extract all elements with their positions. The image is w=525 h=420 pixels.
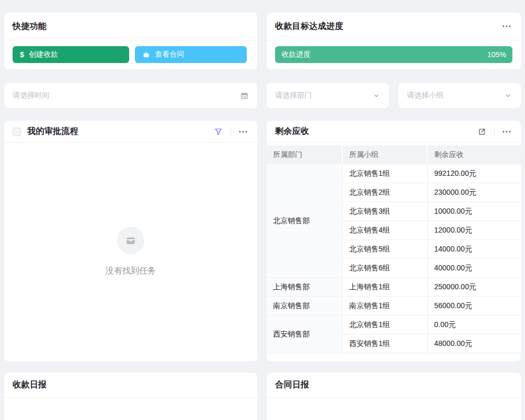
payment-progress-bar: 收款进度 105% — [275, 46, 512, 63]
remaining-receivables-card: 剩余应收 所属部门 所属小组 剩余应收 — [267, 121, 521, 361]
payment-daily-header: 收款日报 — [4, 373, 257, 398]
amount-cell: 12000.00元 — [428, 221, 521, 240]
chevron-down-icon — [372, 91, 381, 100]
approval-empty-text: 没有找到任务 — [106, 266, 156, 277]
view-contract-button[interactable]: 查看合同 — [135, 46, 247, 63]
dollar-icon: $ — [20, 50, 24, 59]
amount-cell: 0.00元 — [428, 316, 521, 334]
payment-progress-card: 收款目标达成进度 收款进度 105% — [267, 13, 521, 69]
group-cell: 上海销售1组 — [343, 278, 428, 297]
table-row: 南京销售部 南京销售1组 56000.00元 — [267, 297, 521, 316]
col-header-department: 所属部门 — [267, 145, 343, 164]
calendar-icon — [240, 91, 249, 100]
amount-cell: 10000.00元 — [428, 202, 521, 221]
table-row: 北京销售部 北京销售1组 992120.00元 — [267, 164, 521, 183]
table-row: 西安销售部 北京销售1组 0.00元 — [267, 316, 521, 334]
approval-select-all-checkbox[interactable] — [13, 128, 21, 136]
dept-cell: 上海销售部 — [267, 278, 343, 297]
approval-empty-state: 没有找到任务 — [4, 143, 257, 361]
progress-card-title: 收款目标达成进度 — [275, 21, 343, 32]
group-cell: 北京销售1组 — [343, 164, 428, 183]
quick-actions-card: 快捷功能 $ 创建收款 查看合同 — [4, 13, 257, 69]
time-picker-placeholder: 请选择时间 — [13, 91, 240, 100]
group-cell: 北京销售6组 — [343, 259, 428, 278]
amount-cell: 230000.00元 — [428, 183, 521, 202]
filter-funnel-icon[interactable] — [213, 126, 224, 138]
approval-card-title: 我的审批流程 — [27, 126, 78, 137]
dept-cell: 南京销售部 — [267, 297, 343, 316]
col-header-amount: 剩余应收 — [428, 145, 521, 164]
dashboard-page: 快捷功能 $ 创建收款 查看合同 收款目标达成进度 — [0, 0, 525, 420]
group-cell: 北京销售1组 — [343, 316, 428, 334]
more-icon[interactable] — [501, 20, 512, 32]
empty-inbox-icon — [117, 227, 144, 254]
briefcase-icon — [142, 51, 150, 59]
chevron-down-icon — [504, 91, 512, 100]
approval-flow-card: 我的审批流程 没有找到任务 — [4, 121, 257, 361]
quick-actions-body: $ 创建收款 查看合同 — [4, 40, 257, 69]
header-divider — [230, 128, 231, 135]
group-cell: 西安销售1组 — [343, 334, 428, 353]
quick-actions-title: 快捷功能 — [13, 21, 47, 32]
amount-cell: 40000.00元 — [428, 259, 521, 278]
group-select[interactable]: 请选择小组 — [398, 83, 521, 108]
amount-cell: 56000.00元 — [428, 297, 521, 316]
progress-bar-value: 105% — [487, 50, 506, 59]
create-payment-button[interactable]: $ 创建收款 — [13, 46, 129, 63]
department-select[interactable]: 请选择部门 — [267, 83, 389, 108]
group-cell: 南京销售1组 — [343, 297, 428, 316]
table-header-row: 所属部门 所属小组 剩余应收 — [267, 145, 521, 164]
progress-card-header: 收款目标达成进度 — [267, 13, 521, 40]
progress-bar-label: 收款进度 — [281, 50, 311, 59]
approval-card-header: 我的审批流程 — [4, 121, 257, 143]
group-select-placeholder: 请选择小组 — [407, 91, 504, 100]
time-range-picker[interactable]: 请选择时间 — [4, 83, 257, 108]
external-link-icon[interactable] — [476, 126, 488, 138]
more-icon[interactable] — [501, 126, 512, 138]
create-payment-label: 创建收款 — [29, 50, 58, 59]
group-cell: 北京销售2组 — [343, 183, 428, 202]
amount-cell: 250000.00元 — [428, 278, 521, 297]
payment-daily-card: 收款日报 — [4, 373, 257, 420]
more-icon[interactable] — [237, 126, 249, 138]
quick-actions-header: 快捷功能 — [4, 13, 257, 40]
amount-cell: 14000.00元 — [428, 240, 521, 259]
contract-daily-header: 合同日报 — [267, 373, 521, 398]
header-divider — [494, 128, 495, 135]
amount-cell: 48000.00元 — [428, 334, 521, 353]
receivables-card-header: 剩余应收 — [267, 121, 521, 143]
amount-cell: 992120.00元 — [428, 164, 521, 183]
dept-cell: 北京销售部 — [267, 164, 343, 278]
group-cell: 北京销售4组 — [343, 221, 428, 240]
table-row: 上海销售部 上海销售1组 250000.00元 — [267, 278, 521, 297]
department-select-placeholder: 请选择部门 — [275, 91, 372, 100]
progress-body: 收款进度 105% — [267, 40, 521, 69]
contract-daily-title: 合同日报 — [275, 380, 309, 391]
group-cell: 北京销售3组 — [343, 202, 428, 221]
view-contract-label: 查看合同 — [155, 50, 184, 59]
dept-cell: 西安销售部 — [267, 316, 343, 353]
col-header-group: 所属小组 — [343, 145, 428, 164]
payment-daily-title: 收款日报 — [13, 380, 47, 391]
group-cell: 北京销售5组 — [343, 240, 428, 259]
contract-daily-card: 合同日报 — [267, 373, 521, 420]
receivables-card-title: 剩余应收 — [275, 126, 309, 137]
receivables-table: 所属部门 所属小组 剩余应收 北京销售部 北京销售1组 992120.00元 北… — [267, 145, 521, 353]
